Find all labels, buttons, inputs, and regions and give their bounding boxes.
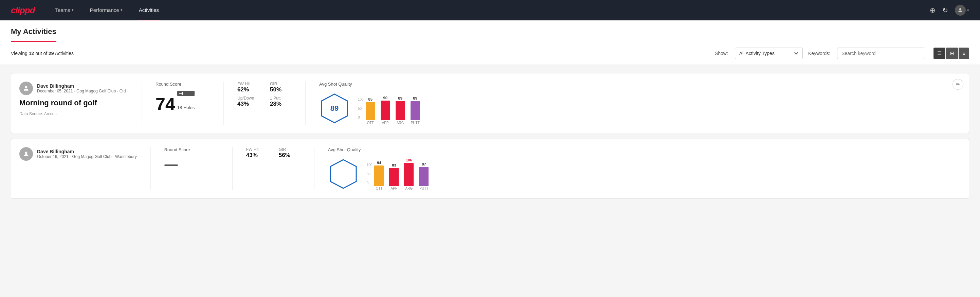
score-value: 74	[156, 95, 175, 113]
activity-title: Morning round of golf	[19, 99, 128, 107]
y-label-100: 100	[367, 163, 372, 167]
y-label-100: 100	[358, 97, 364, 101]
updown-value: 43%	[237, 101, 259, 107]
bar-name-app: APP	[382, 121, 389, 125]
gir-value: 50%	[270, 86, 292, 93]
user-date: December 05, 2021 - Gog Magog Golf Club …	[37, 89, 126, 93]
refresh-button[interactable]: ↻	[942, 6, 948, 14]
nav-item-activities[interactable]: Activities	[137, 0, 160, 21]
stat-grid: FW Hit 43% GIR 56%	[246, 147, 301, 159]
bar-ott	[366, 102, 375, 120]
gir-label: GIR	[279, 147, 301, 152]
bar-col-ott-2: 94 OTT	[374, 161, 384, 190]
bar-name-ott: OTT	[367, 121, 374, 125]
bar-col-app: 90 APP	[381, 96, 390, 125]
logo[interactable]: clippd	[11, 5, 35, 16]
nav-label-performance: Performance	[90, 7, 119, 13]
data-source: Data Source: Arccos	[19, 112, 128, 116]
show-label: Show:	[715, 51, 728, 56]
compact-icon: ≡	[963, 51, 966, 56]
score-row: 74 +4 18 Holes	[156, 91, 210, 113]
user-name: Dave Billingham	[37, 149, 137, 154]
view-toggle-group: ☰ ⊞ ≡	[934, 48, 969, 59]
page-header: My Activities	[0, 21, 980, 42]
score-holes: 18 Holes	[177, 105, 194, 110]
fwhit-label: FW Hit	[246, 147, 268, 152]
avg-shot-quality-section: Avg Shot Quality 89 100 50	[319, 81, 420, 125]
quality-score: 89	[330, 104, 339, 113]
quality-content: 89 100 50 0 85 OTT	[319, 92, 420, 125]
bar-arg	[396, 101, 405, 120]
svg-point-0	[959, 8, 961, 10]
bar-value-app-2: 83	[392, 163, 396, 167]
bar-name-putt: PUTT	[411, 121, 420, 125]
list-icon: ☰	[937, 50, 942, 56]
user-date: October 16, 2021 - Gog Magog Golf Club -…	[37, 154, 137, 159]
search-input[interactable]	[837, 48, 925, 59]
nav-item-teams[interactable]: Teams ▾	[54, 0, 75, 21]
nav-label-teams: Teams	[55, 7, 70, 13]
avg-shot-quality-section: Avg Shot Quality 100 50 0	[328, 147, 429, 190]
view-list-button[interactable]: ☰	[934, 48, 945, 59]
bar-value-ott: 85	[368, 97, 372, 101]
user-name: Dave Billingham	[37, 83, 126, 89]
user-row: Dave Billingham December 05, 2021 - Gog …	[19, 81, 128, 95]
card-divider	[305, 81, 305, 125]
nav-label-activities: Activities	[139, 7, 159, 13]
stat-fwhit: FW Hit 62%	[237, 81, 259, 93]
bar-col-putt: 89 PUTT	[410, 96, 420, 125]
view-compact-button[interactable]: ≡	[959, 48, 969, 59]
nav-item-performance[interactable]: Performance ▾	[89, 0, 124, 21]
quality-hexagon	[328, 159, 359, 189]
svg-marker-4	[330, 160, 356, 188]
activity-type-select[interactable]: All Activity Types Round Practice	[735, 48, 803, 59]
svg-point-1	[25, 86, 27, 88]
bar-value-arg-2: 106	[406, 158, 412, 162]
bar-putt-2	[419, 167, 428, 186]
score-row	[164, 156, 219, 166]
user-info: Dave Billingham December 05, 2021 - Gog …	[37, 83, 126, 93]
card-left: Dave Billingham December 05, 2021 - Gog …	[19, 81, 128, 116]
bar-value-app: 90	[383, 96, 387, 100]
stat-updown: Up/Down 43%	[237, 96, 259, 107]
add-button[interactable]: ⊕	[930, 6, 935, 14]
oneputt-value: 28%	[270, 101, 292, 107]
svg-point-3	[25, 152, 27, 154]
y-label-50: 50	[358, 107, 364, 110]
card-left: Dave Billingham October 16, 2021 - Gog M…	[19, 147, 137, 164]
score-placeholder	[164, 164, 178, 166]
avatar	[955, 5, 966, 16]
fwhit-value: 62%	[237, 86, 259, 93]
round-score-section: Round Score	[164, 147, 219, 166]
bar-value-putt: 89	[413, 96, 417, 100]
bar-ott-2	[374, 166, 384, 186]
bar-arg-2	[404, 163, 414, 186]
hexagon-shape	[330, 160, 357, 188]
grid-icon: ⊞	[950, 50, 954, 56]
stat-fwhit: FW Hit 43%	[246, 147, 268, 159]
gir-label: GIR	[270, 81, 292, 86]
user-info: Dave Billingham October 16, 2021 - Gog M…	[37, 149, 137, 159]
updown-label: Up/Down	[237, 96, 259, 101]
edit-button[interactable]: ✏	[953, 79, 963, 90]
user-row: Dave Billingham October 16, 2021 - Gog M…	[19, 147, 137, 161]
activities-list: ✏ Dave Billingham December 05, 2021 - Go…	[0, 65, 980, 207]
bar-value-putt-2: 87	[422, 162, 426, 166]
view-grid-button[interactable]: ⊞	[946, 48, 958, 59]
y-label-0: 0	[367, 181, 372, 185]
user-menu-button[interactable]: ▾	[955, 5, 969, 16]
card-divider	[223, 81, 224, 125]
hexagon-shape: 89	[321, 95, 348, 122]
bar-chart-2: 100 50 0 94 OTT 83 APP	[367, 158, 429, 190]
bar-col-app-2: 83 APP	[389, 163, 399, 190]
quality-hexagon: 89	[319, 93, 350, 124]
chevron-down-icon: ▾	[121, 8, 123, 12]
avg-quality-label: Avg Shot Quality	[319, 81, 420, 87]
bar-app-2	[389, 168, 399, 186]
round-score-label: Round Score	[164, 147, 219, 152]
stat-grid: FW Hit 62% GIR 50% Up/Down 43% 1 Putt 28…	[237, 81, 292, 107]
y-label-50: 50	[367, 172, 372, 176]
fwhit-label: FW Hit	[237, 81, 259, 86]
nav-right: ⊕ ↻ ▾	[930, 5, 969, 16]
avg-quality-label: Avg Shot Quality	[328, 147, 429, 152]
